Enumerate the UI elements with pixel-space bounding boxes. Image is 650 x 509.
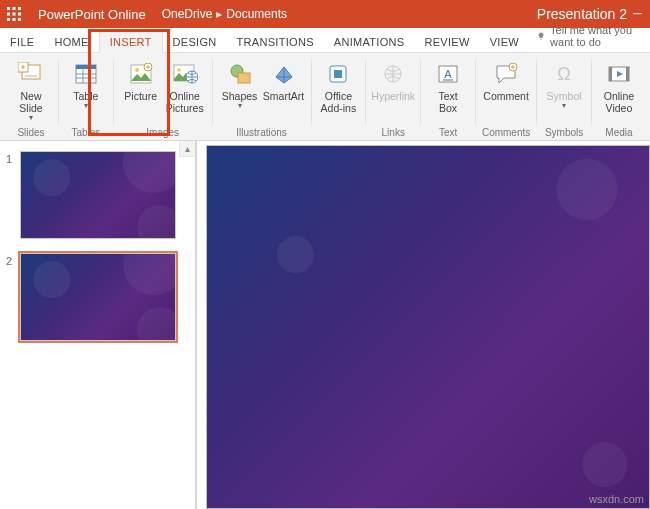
breadcrumb-folder[interactable]: Documents xyxy=(226,7,287,21)
slide-preview xyxy=(21,254,175,340)
svg-text:Ω: Ω xyxy=(557,64,570,84)
watermark: wsxdn.com xyxy=(589,493,644,505)
tell-me-search[interactable]: Tell me what you want to do xyxy=(529,24,650,52)
svg-rect-1 xyxy=(13,7,16,10)
group-label-media: Media xyxy=(598,126,640,140)
table-button[interactable]: Table ▾ xyxy=(65,56,107,111)
document-title-text: Presentation 2 xyxy=(537,6,627,22)
app-launcher-icon[interactable] xyxy=(0,0,28,28)
group-label-links: Links xyxy=(372,126,414,140)
svg-rect-11 xyxy=(25,75,37,77)
comment-icon xyxy=(492,60,520,88)
comment-button[interactable]: Comment xyxy=(485,56,527,103)
app-name: PowerPoint Online xyxy=(28,7,156,22)
group-tables: Table ▾ Tables xyxy=(59,56,113,140)
online-pictures-icon xyxy=(171,60,199,88)
tab-review[interactable]: REVIEW xyxy=(414,31,479,52)
dropdown-icon: ▾ xyxy=(562,102,566,110)
svg-point-18 xyxy=(177,68,181,72)
svg-rect-30 xyxy=(609,67,612,81)
group-label-illustrations: Illustrations xyxy=(219,126,305,140)
new-slide-button[interactable]: New Slide ▾ xyxy=(10,56,52,123)
new-slide-icon xyxy=(17,60,45,88)
tab-insert[interactable]: INSERT xyxy=(99,30,163,53)
text-box-label: Text Box xyxy=(430,90,466,114)
picture-label: Picture xyxy=(124,90,157,102)
smartart-icon xyxy=(270,60,298,88)
table-icon xyxy=(72,60,100,88)
canvas-divider xyxy=(196,141,197,509)
text-box-button[interactable]: A Text Box xyxy=(427,56,469,115)
hyperlink-button: Hyperlink xyxy=(372,56,414,103)
group-label-comments: Comments xyxy=(482,126,530,140)
group-media: Online Video Media xyxy=(592,56,646,140)
document-title[interactable]: Presentation 2 – xyxy=(537,5,650,23)
shapes-icon xyxy=(226,60,254,88)
thumbnail-number: 2 xyxy=(6,253,20,267)
tab-animations[interactable]: ANIMATIONS xyxy=(324,31,415,52)
svg-rect-4 xyxy=(13,13,16,16)
title-dash: – xyxy=(633,4,642,22)
svg-rect-3 xyxy=(7,13,10,16)
current-slide[interactable] xyxy=(206,145,650,509)
svg-rect-8 xyxy=(18,18,21,21)
scroll-up-icon[interactable]: ▴ xyxy=(179,141,195,157)
thumbnail-number: 1 xyxy=(6,151,20,165)
svg-rect-21 xyxy=(238,73,250,83)
group-label-tables: Tables xyxy=(65,126,107,140)
addins-icon xyxy=(324,60,352,88)
group-label-images: Images xyxy=(120,126,206,140)
thumbnail-2[interactable]: 2 xyxy=(0,249,195,351)
smartart-label: SmartArt xyxy=(263,90,304,102)
tab-home[interactable]: HOME xyxy=(44,31,98,52)
lightbulb-icon xyxy=(537,30,545,42)
office-addins-label: Office Add-ins xyxy=(320,90,356,114)
svg-rect-2 xyxy=(18,7,21,10)
group-label-text: Text xyxy=(427,126,469,140)
smartart-button[interactable]: SmartArt xyxy=(263,56,305,103)
picture-button[interactable]: Picture xyxy=(120,56,162,103)
tab-design[interactable]: DESIGN xyxy=(163,31,227,52)
group-images: Picture Online Pictures Images xyxy=(114,56,212,140)
online-pictures-label: Online Pictures xyxy=(166,90,204,114)
slide-preview xyxy=(21,152,175,238)
slide-thumbnails-panel[interactable]: ▴ 1 2 xyxy=(0,141,196,509)
svg-rect-5 xyxy=(18,13,21,16)
ribbon: New Slide ▾ Slides Table ▾ Tables xyxy=(0,53,650,141)
breadcrumb-root[interactable]: OneDrive xyxy=(162,7,213,21)
symbol-button: Ω Symbol ▾ xyxy=(543,56,585,111)
breadcrumb[interactable]: OneDrive ▸ Documents xyxy=(156,7,287,21)
svg-rect-7 xyxy=(13,18,16,21)
online-video-button[interactable]: Online Video xyxy=(598,56,640,115)
new-slide-label: New Slide xyxy=(13,90,49,114)
office-addins-button[interactable]: Office Add-ins xyxy=(317,56,359,115)
svg-rect-0 xyxy=(7,7,10,10)
svg-text:A: A xyxy=(444,68,452,80)
shapes-button[interactable]: Shapes ▾ xyxy=(219,56,261,111)
svg-rect-6 xyxy=(7,18,10,21)
group-label-slides: Slides xyxy=(10,126,52,140)
dropdown-icon: ▾ xyxy=(238,102,242,110)
ribbon-tabs: FILE HOME INSERT DESIGN TRANSITIONS ANIM… xyxy=(0,28,650,53)
tab-file[interactable]: FILE xyxy=(0,31,44,52)
group-label-symbols: Symbols xyxy=(543,126,585,140)
group-symbols: Ω Symbol ▾ Symbols xyxy=(537,56,591,140)
thumbnail-1[interactable]: 1 xyxy=(0,147,195,249)
dropdown-icon: ▾ xyxy=(84,102,88,110)
group-links: Hyperlink Links xyxy=(366,56,420,140)
tab-transitions[interactable]: TRANSITIONS xyxy=(227,31,324,52)
picture-icon xyxy=(127,60,155,88)
work-area: ▴ 1 2 xyxy=(0,141,650,509)
tell-me-placeholder: Tell me what you want to do xyxy=(550,24,642,48)
comment-label: Comment xyxy=(483,90,529,102)
tab-view[interactable]: VIEW xyxy=(480,31,529,52)
slide-canvas[interactable] xyxy=(196,141,650,509)
text-box-icon: A xyxy=(434,60,462,88)
svg-point-15 xyxy=(135,68,139,72)
group-comments: Comment Comments xyxy=(476,56,536,140)
svg-rect-13 xyxy=(76,65,96,69)
symbol-icon: Ω xyxy=(550,60,578,88)
svg-rect-23 xyxy=(334,70,342,78)
breadcrumb-separator-icon: ▸ xyxy=(216,7,222,21)
online-pictures-button[interactable]: Online Pictures xyxy=(164,56,206,115)
